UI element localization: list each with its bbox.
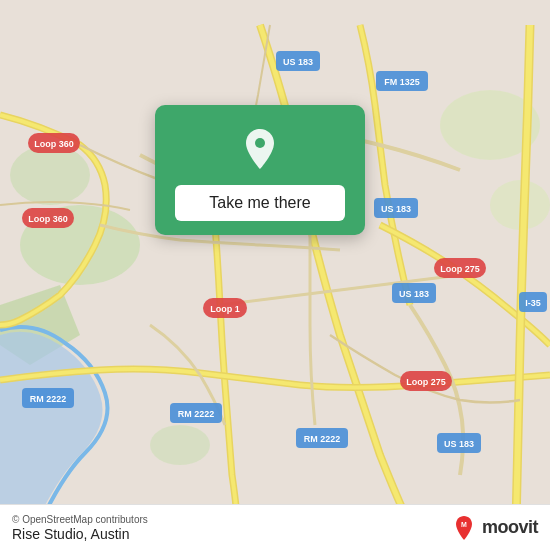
svg-point-35: [255, 138, 265, 148]
svg-point-4: [150, 425, 210, 465]
svg-text:RM 2222: RM 2222: [30, 394, 67, 404]
svg-text:US 183: US 183: [444, 439, 474, 449]
svg-text:RM 2222: RM 2222: [178, 409, 215, 419]
svg-text:Loop 360: Loop 360: [34, 139, 74, 149]
bottom-bar: © OpenStreetMap contributors Rise Studio…: [0, 504, 550, 550]
map-svg: US 183 FM 1325 Loop 360 Loop 360 US 183 …: [0, 0, 550, 550]
svg-text:Loop 275: Loop 275: [406, 377, 446, 387]
location-card: Take me there: [155, 105, 365, 235]
svg-text:RM 2222: RM 2222: [304, 434, 341, 444]
osm-attribution: © OpenStreetMap contributors: [12, 514, 148, 525]
svg-text:US 183: US 183: [399, 289, 429, 299]
location-pin-icon: [234, 123, 286, 175]
moovit-icon: M: [450, 514, 478, 542]
svg-text:US 183: US 183: [283, 57, 313, 67]
moovit-logo: M moovit: [450, 514, 538, 542]
svg-text:Loop 1: Loop 1: [210, 304, 240, 314]
svg-text:Loop 275: Loop 275: [440, 264, 480, 274]
take-me-there-button[interactable]: Take me there: [175, 185, 345, 221]
svg-text:M: M: [461, 521, 467, 528]
bottom-bar-info: © OpenStreetMap contributors Rise Studio…: [12, 514, 148, 542]
location-name: Rise Studio, Austin: [12, 526, 148, 542]
svg-text:I-35: I-35: [525, 298, 541, 308]
svg-text:US 183: US 183: [381, 204, 411, 214]
svg-text:FM 1325: FM 1325: [384, 77, 420, 87]
svg-text:Loop 360: Loop 360: [28, 214, 68, 224]
svg-point-2: [10, 145, 90, 205]
map-container: US 183 FM 1325 Loop 360 Loop 360 US 183 …: [0, 0, 550, 550]
moovit-text: moovit: [482, 517, 538, 538]
